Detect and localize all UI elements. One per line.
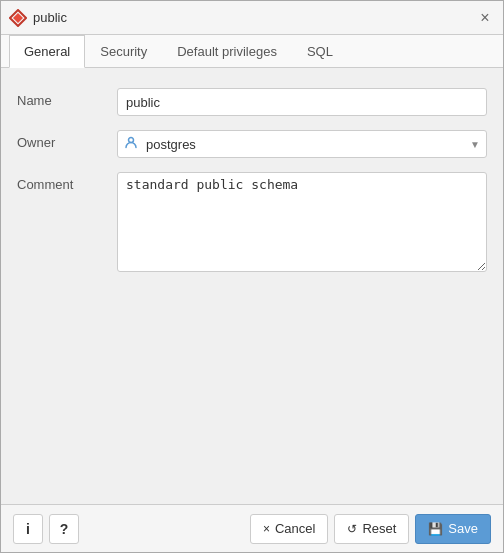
tab-sql[interactable]: SQL — [292, 35, 348, 68]
dialog: public × General Security Default privil… — [0, 0, 504, 553]
cancel-icon: × — [263, 522, 270, 536]
footer-right: × Cancel ↺ Reset 💾 Save — [250, 514, 491, 544]
dialog-title: public — [33, 10, 475, 25]
info-button[interactable]: i — [13, 514, 43, 544]
titlebar: public × — [1, 1, 503, 35]
save-label: Save — [448, 521, 478, 536]
tab-security[interactable]: Security — [85, 35, 162, 68]
help-button[interactable]: ? — [49, 514, 79, 544]
comment-row: Comment standard public schema — [17, 172, 487, 275]
reset-icon: ↺ — [347, 522, 357, 536]
schema-icon — [9, 9, 27, 27]
owner-select[interactable]: postgres — [117, 130, 487, 158]
reset-button[interactable]: ↺ Reset — [334, 514, 409, 544]
name-label: Name — [17, 88, 117, 108]
save-button[interactable]: 💾 Save — [415, 514, 491, 544]
reset-label: Reset — [362, 521, 396, 536]
comment-control: standard public schema — [117, 172, 487, 275]
footer-left: i ? — [13, 514, 79, 544]
cancel-label: Cancel — [275, 521, 315, 536]
tab-general[interactable]: General — [9, 35, 85, 68]
name-input[interactable] — [117, 88, 487, 116]
footer: i ? × Cancel ↺ Reset 💾 Save — [1, 504, 503, 552]
comment-textarea[interactable]: standard public schema — [117, 172, 487, 272]
name-row: Name — [17, 88, 487, 116]
tab-bar: General Security Default privileges SQL — [1, 35, 503, 68]
owner-row: Owner postgres ▼ — [17, 130, 487, 158]
cancel-button[interactable]: × Cancel — [250, 514, 328, 544]
tab-default-privileges[interactable]: Default privileges — [162, 35, 292, 68]
save-icon: 💾 — [428, 522, 443, 536]
owner-select-wrapper: postgres ▼ — [117, 130, 487, 158]
form-body: Name Owner postgres — [1, 68, 503, 504]
name-control — [117, 88, 487, 116]
close-button[interactable]: × — [475, 8, 495, 28]
owner-label: Owner — [17, 130, 117, 150]
owner-control: postgres ▼ — [117, 130, 487, 158]
comment-label: Comment — [17, 172, 117, 192]
